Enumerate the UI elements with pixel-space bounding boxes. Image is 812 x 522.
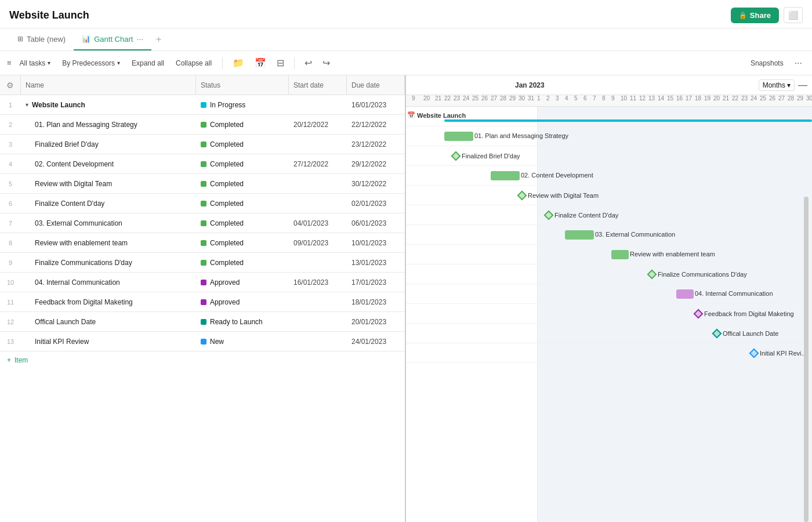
calendar-small-icon: 📅 xyxy=(407,111,415,119)
date-tick: 22 xyxy=(444,95,451,102)
date-tick: 23 xyxy=(741,95,748,102)
redo-button[interactable]: ↪ xyxy=(320,56,333,70)
snapshots-button[interactable]: Snapshots xyxy=(747,57,787,69)
gantt-row-2: 01. Plan and Messaging Strategy xyxy=(406,126,812,146)
tab-table[interactable]: ⊞ Table (new) xyxy=(9,29,74,50)
date-tick: 3 xyxy=(556,95,559,102)
gantt-dates-row: 9 20 21 22 23 24 25 26 27 28 29 30 31 1 … xyxy=(406,95,812,107)
gantt-month-label: Jan 2023 xyxy=(515,81,545,89)
status-indicator xyxy=(201,201,206,206)
table-row[interactable]: 3 Finalized Brief D'day Completed 23/12/… xyxy=(0,135,405,154)
expand-all-button[interactable]: Expand all xyxy=(128,57,168,69)
add-tab-button[interactable]: + xyxy=(151,28,166,50)
date-tick: 26 xyxy=(481,95,488,102)
row-name: Review with Digital Team xyxy=(21,180,196,188)
gantt-controls: Months ▾ — xyxy=(759,79,807,91)
app-header: Website Launch 🔒 Share ⬜ xyxy=(0,0,812,28)
due-date: 24/01/2023 xyxy=(347,338,405,346)
table-row[interactable]: 10 04. Internal Communication Approved 1… xyxy=(0,273,405,292)
undo-button[interactable]: ↩ xyxy=(302,56,315,70)
grid-icon-button[interactable]: ⊟ xyxy=(274,56,287,70)
table-row[interactable]: 5 Review with Digital Team Completed 30/… xyxy=(0,174,405,194)
date-tick: 21 xyxy=(723,95,729,102)
start-date: 09/01/2023 xyxy=(289,239,347,247)
status-cell: Completed xyxy=(196,180,289,188)
gantt-tab-dots[interactable]: ··· xyxy=(136,34,143,44)
app-title: Website Launch xyxy=(9,9,89,21)
date-tick: 28 xyxy=(500,95,506,102)
gantt-diamond-label: Feedback from Digital Maketing xyxy=(704,310,794,317)
gantt-diamond-comms-dday xyxy=(647,270,657,280)
due-date: 29/12/2022 xyxy=(347,160,405,168)
table-row[interactable]: 1 ▾ Website Launch In Progress 16/01/202… xyxy=(0,95,405,115)
row-number: 13 xyxy=(0,338,21,345)
table-icon: ⊞ xyxy=(17,35,23,43)
by-predecessors-button[interactable]: By Predecessors ▾ xyxy=(59,57,124,69)
status-indicator xyxy=(201,220,206,226)
status-cell: Approved xyxy=(196,298,289,306)
table-header: ⚙ Name Status Start date Due date xyxy=(0,75,405,95)
share-button[interactable]: 🔒 Share xyxy=(731,8,779,23)
row-name: Feedback from Digital Maketing xyxy=(21,298,196,306)
row-number: 2 xyxy=(0,121,21,128)
status-indicator xyxy=(201,240,206,246)
gantt-row-11: Feedback from Digital Maketing xyxy=(406,304,812,324)
row-name: Review with enablement team xyxy=(21,239,196,247)
gantt-diamond-label: Finalize Communications D'day xyxy=(658,271,747,278)
date-tick: 1 xyxy=(537,95,541,102)
all-tasks-button[interactable]: All tasks ▾ xyxy=(16,57,55,69)
status-cell: Completed xyxy=(196,239,289,247)
table-row[interactable]: 4 02. Content Development Completed 27/1… xyxy=(0,154,405,174)
gantt-diamond-label: Offical Launch Date xyxy=(723,330,778,337)
table-row[interactable]: 8 Review with enablement team Completed … xyxy=(0,233,405,253)
table-row[interactable]: 7 03. External Communication Completed 0… xyxy=(0,213,405,233)
date-tick: 24 xyxy=(751,95,757,102)
project-label: 📅 Website Launch xyxy=(407,111,466,119)
gantt-row-8: Review with enablement team xyxy=(406,245,812,264)
start-date: 16/01/2023 xyxy=(289,278,347,287)
row-number: 3 xyxy=(0,141,21,148)
more-button[interactable]: ··· xyxy=(792,56,805,70)
months-select[interactable]: Months ▾ xyxy=(759,79,795,91)
th-name: Name xyxy=(21,75,196,95)
start-date: 20/12/2022 xyxy=(289,121,347,129)
gantt-diamond-kpi xyxy=(749,349,759,358)
toolbar-divider-2 xyxy=(294,57,295,69)
expand-icon[interactable]: ▾ xyxy=(26,102,28,108)
row-number: 8 xyxy=(0,240,21,246)
date-tick: 28 xyxy=(788,95,794,102)
date-tick: 14 xyxy=(658,95,664,102)
gantt-diamond-brief xyxy=(451,151,461,161)
scroll-handle[interactable] xyxy=(804,197,809,522)
gantt-top-header: Jan 2023 Months ▾ — xyxy=(406,75,812,95)
table-row[interactable]: 9 Finalize Communications D'day Complete… xyxy=(0,253,405,273)
table-row[interactable]: 13 Initial KPI Review New 24/01/2023 xyxy=(0,332,405,351)
toolbar-divider-1 xyxy=(222,57,223,69)
table-row[interactable]: 2 01. Plan and Messaging Strategy Comple… xyxy=(0,115,405,135)
collapse-all-button[interactable]: Collapse all xyxy=(172,57,215,69)
gantt-row-1: 📅 Website Launch xyxy=(406,107,812,126)
gantt-section: Jan 2023 Months ▾ — 9 20 21 22 23 24 25 … xyxy=(406,75,812,522)
calendar-icon-button[interactable]: 📅 xyxy=(252,56,269,70)
add-item-label: Item xyxy=(14,356,28,364)
table-row[interactable]: 12 Offical Launch Date Ready to Launch 2… xyxy=(0,312,405,332)
zoom-minus-button[interactable]: — xyxy=(798,80,807,90)
row-name: Initial KPI Review xyxy=(21,338,196,346)
gantt-body: 📅 Website Launch 01. Plan and Messaging … xyxy=(406,107,812,522)
date-tick: 24 xyxy=(463,95,469,102)
add-item-row[interactable]: + Item xyxy=(0,351,405,369)
gantt-diamond-label: Finalized Brief D'day xyxy=(462,153,520,160)
table-row[interactable]: 6 Finalize Content D'day Completed 02/01… xyxy=(0,194,405,213)
table-row[interactable]: 11 Feedback from Digital Maketing Approv… xyxy=(0,292,405,312)
save-button[interactable]: ⬜ xyxy=(784,7,803,23)
date-tick: 8 xyxy=(602,95,606,102)
th-settings[interactable]: ⚙ xyxy=(0,75,21,95)
row-number: 1 xyxy=(0,102,21,108)
predecessors-arrow: ▾ xyxy=(117,60,120,66)
row-name: Finalized Brief D'day xyxy=(21,140,196,148)
gantt-bar-external xyxy=(565,230,594,240)
settings-icon: ⚙ xyxy=(6,81,14,90)
gantt-diamond-feedback xyxy=(694,309,704,319)
tab-gantt[interactable]: 📊 Gantt Chart ··· xyxy=(74,28,151,50)
folder-icon-button[interactable]: 📁 xyxy=(230,56,247,70)
